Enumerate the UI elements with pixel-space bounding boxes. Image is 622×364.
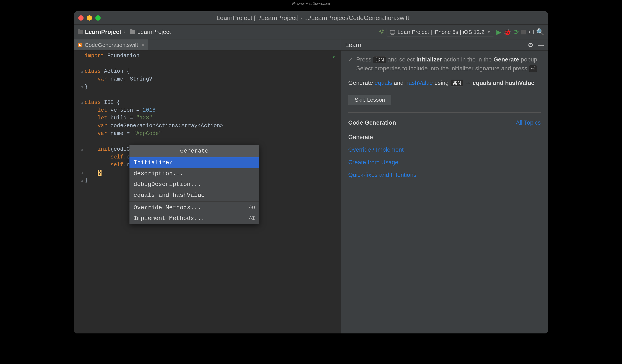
code-token: >	[220, 123, 223, 129]
code-token: build	[110, 115, 127, 121]
learn-title: Learn	[345, 41, 361, 49]
minimize-window-button[interactable]	[87, 15, 92, 20]
code-token: var	[97, 123, 107, 129]
code-editor[interactable]: ✓ import Foundation ⊟class Action { var …	[74, 51, 341, 333]
run-window-icon[interactable]	[528, 30, 534, 34]
content-area: S CodeGeneration.swift × ✓ import Founda…	[74, 39, 548, 333]
code-token: Array	[181, 123, 197, 129]
popup-item-description[interactable]: description...	[130, 168, 259, 179]
window-title: LearnProject [~/LearnProject] - .../Lear…	[100, 14, 525, 21]
breadcrumb[interactable]: LearnProject 〉 LearnProject	[78, 29, 171, 35]
popup-item-label: Override Methods...	[134, 204, 201, 212]
debug-button[interactable]: 🐞	[504, 28, 511, 36]
topic-label: Quick-fixes and Intentions	[348, 172, 416, 178]
topic-override-implement[interactable]: Override / Implement	[348, 143, 541, 156]
code-token: =	[123, 131, 133, 137]
check-icon: ✓	[348, 56, 352, 73]
popup-title: Generate	[130, 145, 259, 157]
minimize-panel-icon[interactable]: —	[538, 41, 544, 48]
lesson-step-2: Generate equals and hashValue using ⌘N →…	[348, 78, 541, 87]
code-token: =	[133, 107, 143, 113]
keyboard-shortcut: ⌘N	[450, 80, 463, 86]
keyboard-shortcut: ⏎	[529, 65, 537, 72]
section-title: Code Generation	[348, 118, 396, 127]
step-text: and	[392, 79, 405, 86]
folder-icon	[130, 30, 136, 34]
link-hashvalue[interactable]: hashValue	[405, 79, 433, 86]
popup-item-equals-hashvalue[interactable]: equals and hashValue	[130, 190, 259, 201]
popup-item-shortcut: ^O	[249, 204, 255, 212]
all-topics-link[interactable]: All Topics	[516, 118, 541, 127]
inspection-ok-icon[interactable]: ✓	[333, 52, 336, 61]
breadcrumb-child[interactable]: LearnProject	[137, 29, 171, 35]
app-window: LearnProject [~/LearnProject] - .../Lear…	[74, 11, 548, 333]
traffic-lights	[78, 15, 100, 20]
code-token: }	[97, 170, 101, 176]
code-token: codeGenerationActions	[110, 123, 178, 129]
step-text: Generate	[493, 56, 519, 63]
skip-lesson-button[interactable]: Skip Lesson	[348, 95, 391, 105]
topic-quickfixes-intentions[interactable]: Quick-fixes and Intentions	[348, 169, 541, 181]
stop-button[interactable]	[521, 30, 526, 35]
code-token: String	[130, 76, 149, 82]
code-token: var	[97, 76, 107, 82]
tab-codegeneration[interactable]: S CodeGeneration.swift ×	[74, 39, 148, 50]
code-token: class	[85, 68, 101, 75]
editor-tabbar: S CodeGeneration.swift ×	[74, 39, 341, 51]
step-text: equals and hashValue	[472, 79, 534, 86]
link-equals[interactable]: equals	[374, 79, 392, 86]
step-text: and select	[386, 56, 416, 63]
popup-item-label: equals and hashValue	[134, 191, 205, 200]
popup-item-implement-methods[interactable]: Implement Methods... ^I	[130, 213, 259, 224]
topic-label: Override / Implement	[348, 146, 404, 153]
popup-item-label: Initializer	[134, 158, 173, 167]
topic-create-from-usage[interactable]: Create from Usage	[348, 156, 541, 169]
run-button[interactable]: ▶	[496, 28, 501, 36]
code-token: let	[97, 107, 107, 113]
toolbar: LearnProject 〉 LearnProject ⚒ LearnProje…	[74, 25, 548, 39]
topic-generate[interactable]: Generate	[348, 131, 541, 143]
popup-item-label: Implement Methods...	[134, 214, 205, 223]
generate-popup: Generate Initializer description... debu…	[130, 145, 259, 224]
zoom-window-button[interactable]	[95, 15, 100, 20]
code-token: var	[97, 131, 107, 137]
code-token: Action	[201, 123, 220, 129]
step-text: action in the in the	[442, 56, 493, 63]
step-text: using	[433, 79, 450, 86]
run-configuration-selector[interactable]: LearnProject | iPhone 5s | iOS 12.2 ▼	[387, 28, 494, 37]
step-text: Press	[356, 56, 373, 63]
code-token: :	[178, 123, 181, 129]
code-token: Action	[104, 68, 123, 75]
code-token: version	[110, 107, 133, 113]
breadcrumb-root[interactable]: LearnProject	[85, 29, 121, 35]
code-token: {	[114, 99, 120, 106]
code-token: "123"	[136, 115, 152, 121]
code-token: }	[85, 84, 88, 90]
search-icon[interactable]: 🔍	[536, 28, 544, 36]
keyboard-shortcut: ⌘N	[373, 56, 386, 63]
code-token: Foundation	[107, 53, 139, 59]
popup-item-debugdescription[interactable]: debugDescription...	[130, 179, 259, 190]
profile-button[interactable]: ⟳	[513, 28, 519, 36]
close-window-button[interactable]	[78, 15, 83, 20]
code-token: name	[110, 131, 123, 137]
code-token: ?	[149, 76, 152, 82]
code-token: 2018	[143, 107, 156, 113]
run-config-label: LearnProject | iPhone 5s | iOS 12.2	[397, 29, 484, 35]
build-icon[interactable]: ⚒	[378, 28, 386, 37]
code-token: import	[85, 53, 104, 59]
code-token: "AppCode"	[133, 131, 162, 137]
code-token: :	[123, 76, 130, 82]
popup-item-initializer[interactable]: Initializer	[130, 157, 259, 168]
popup-separator	[130, 201, 259, 202]
step-text: →	[463, 79, 472, 86]
code-token: <	[197, 123, 201, 129]
close-tab-icon[interactable]: ×	[142, 43, 144, 47]
code-token: }	[85, 177, 88, 184]
popup-item-override-methods[interactable]: Override Methods... ^O	[130, 202, 259, 213]
learn-panel: Learn ⚙ — ✓ Press ⌘N and select Initiali…	[341, 39, 548, 333]
gear-icon[interactable]: ⚙	[528, 41, 533, 49]
topic-label: Generate	[348, 134, 373, 140]
breadcrumb-separator: 〉	[123, 29, 128, 35]
popup-item-label: description...	[134, 169, 183, 178]
